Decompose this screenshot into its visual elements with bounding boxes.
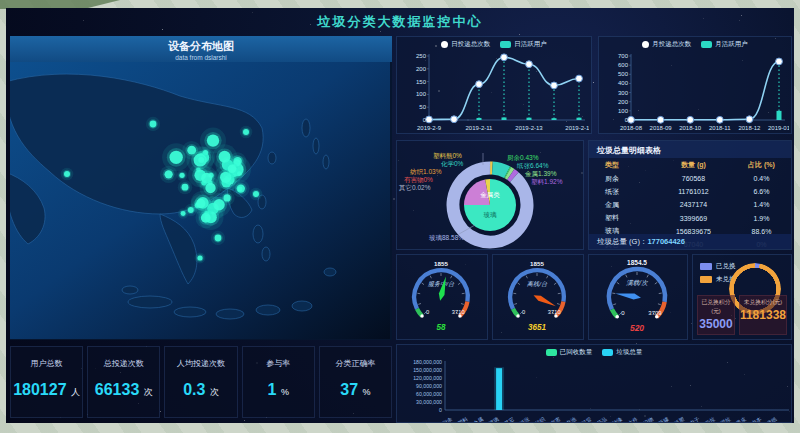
monthly-chart[interactable]: 01002003004005006007002018-082018-092018… <box>599 51 789 133</box>
legend-label: 垃圾总量 <box>616 348 642 357</box>
waste-share-donut[interactable]: 金属类玻璃 <box>397 141 583 249</box>
svg-text:电子: 电子 <box>689 416 701 422</box>
island <box>216 309 244 319</box>
gauge-full-panel: 1854.5满载/次03709520 <box>588 254 688 340</box>
svg-text:100: 100 <box>618 108 629 114</box>
waste-table-panel: 垃圾总量明细表格 类型数量 (g)占比 (%)厨余7605680.4%纸张117… <box>588 140 792 250</box>
svg-text:1854.5: 1854.5 <box>627 259 647 266</box>
svg-text:织物: 织物 <box>642 416 655 422</box>
legend-item-2[interactable]: 月活跃用户 <box>701 40 748 49</box>
map-title: 设备分布地图 <box>10 39 392 54</box>
svg-text:油漆: 油漆 <box>611 416 624 422</box>
svg-text:700: 700 <box>618 53 629 59</box>
redeem-legend-label: 已兑换 <box>716 262 736 271</box>
gauge-1[interactable]: 1855离线/台037103651 <box>493 255 581 339</box>
legend-item-1[interactable]: 月投递总次数 <box>642 40 691 49</box>
svg-text:250: 250 <box>416 53 427 59</box>
svg-text:干垃: 干垃 <box>704 415 717 422</box>
svg-text:3709: 3709 <box>648 310 662 316</box>
map-titlebar: 设备分布地图 data from dslarshi <box>10 36 392 62</box>
kpi-stats-row: 用户总数180127 人总投递次数66133 次人均投递次数0.3 次参与率1 … <box>10 346 392 418</box>
svg-text:90,000,000: 90,000,000 <box>416 383 442 389</box>
svg-text:瓶罐: 瓶罐 <box>658 416 671 422</box>
svg-text:灯管: 灯管 <box>580 416 593 422</box>
legend-item-2[interactable]: 日活跃用户 <box>500 40 547 49</box>
waste-total-label: 垃圾总量 (G)： <box>597 237 647 246</box>
donut-callout-label: 金属1.39% <box>525 170 556 177</box>
svg-text:其它: 其它 <box>503 416 515 422</box>
gauge-offline-panel: 1855离线/台037103651 <box>492 254 584 340</box>
svg-text:2019-2-13: 2019-2-13 <box>515 125 543 131</box>
table-row: 塑料33996691.9% <box>589 212 791 225</box>
legend-item-1[interactable]: 日投递总次数 <box>441 40 490 49</box>
waste-table-col-header: 占比 (%) <box>732 158 791 172</box>
unredeemed-points-value: 1181338 <box>740 308 786 322</box>
svg-text:3710: 3710 <box>548 309 561 315</box>
redeem-points-panel: 已兑换未兑换 已兑换积分(元) 35000 未兑换积分(元) 1181338 <box>692 254 792 340</box>
waste-share-donut-panel: 金属类玻璃塑料瓶0%化学0%纺织1.03%有害物0%其它0.02%厨余0.43%… <box>396 140 584 250</box>
header: 垃圾分类大数据监控中心 <box>6 8 794 34</box>
totals-bar-chart-panel: 已回收数量垃圾总量030,000,00060,000,00090,000,000… <box>396 344 792 423</box>
kpi-card: 分类正确率37 % <box>319 346 392 418</box>
kpi-unit: % <box>278 387 289 397</box>
svg-text:2019-2-9: 2019-2-9 <box>417 125 442 131</box>
svg-text:1855: 1855 <box>530 260 544 267</box>
svg-text:纸塑: 纸塑 <box>673 416 685 422</box>
redeem-legend-item[interactable]: 已兑换 <box>700 262 736 271</box>
legend-label: 日投递总次数 <box>451 40 490 49</box>
kpi-label: 人均投递次数 <box>165 358 236 369</box>
bar-series-marker <box>500 41 511 48</box>
kpi-value: 1 % <box>243 381 314 399</box>
legend-label: 已回收数量 <box>560 348 593 357</box>
monthly-line-chart-panel: 月投递总次数月活跃用户01002003004005006007002018-08… <box>598 36 792 134</box>
unredeemed-points-box: 未兑换积分(元) 1181338 <box>739 295 787 335</box>
gauge-2[interactable]: 1854.5满载/次03709520 <box>589 255 685 339</box>
island <box>302 119 310 137</box>
redeemed-points-box: 已兑换积分(元) 35000 <box>697 295 735 335</box>
donut-callout-label: 厨余0.43% <box>507 154 538 161</box>
island <box>292 301 312 311</box>
star-dot <box>393 198 395 200</box>
svg-text:400: 400 <box>618 80 629 86</box>
svg-text:湿垃: 湿垃 <box>719 415 732 422</box>
island <box>174 307 206 317</box>
island <box>122 286 138 294</box>
svg-text:3710: 3710 <box>452 309 465 315</box>
totals-bar-chart[interactable]: 030,000,00060,000,00090,000,000120,000,0… <box>397 359 791 422</box>
svg-text:服务中/台: 服务中/台 <box>428 280 455 287</box>
svg-text:0: 0 <box>426 309 429 315</box>
waste-table-footer: 垃圾总量 (G)：177064426 <box>589 234 791 249</box>
svg-text:满载/次: 满载/次 <box>626 279 648 286</box>
gauge-in-service-panel: 1855服务中/台0371058 <box>396 254 488 340</box>
kpi-unit: 次 <box>141 387 153 397</box>
star-dot <box>593 82 594 83</box>
svg-text:2018-09: 2018-09 <box>650 125 673 131</box>
waste-table-title: 垃圾总量明细表格 <box>589 141 791 158</box>
kpi-card: 用户总数180127 人 <box>10 346 83 418</box>
donut-callout-label: 有害物0% <box>404 176 433 183</box>
donut-callout-label: 纺织1.03% <box>410 168 441 175</box>
svg-text:金属: 金属 <box>472 416 484 422</box>
device-map-panel[interactable]: 设备分布地图 data from dslarshi <box>10 36 392 340</box>
svg-text:50: 50 <box>419 104 426 110</box>
line-series-marker <box>642 41 649 48</box>
star-dot <box>519 34 520 35</box>
legend-item[interactable]: 垃圾总量 <box>602 348 642 357</box>
legend-label: 月活跃用户 <box>715 40 748 49</box>
island <box>324 268 336 276</box>
gauge-0[interactable]: 1855服务中/台0371058 <box>397 255 485 339</box>
svg-text:书本: 书本 <box>750 416 762 422</box>
page-title: 垃圾分类大数据监控中心 <box>318 13 483 31</box>
svg-text:金属类: 金属类 <box>480 191 500 198</box>
svg-text:塑料: 塑料 <box>457 415 470 422</box>
legend-item[interactable]: 已回收数量 <box>546 348 593 357</box>
svg-text:2018-10: 2018-10 <box>679 125 702 131</box>
china-device-map[interactable] <box>10 62 390 339</box>
legend-label: 月投递总次数 <box>652 40 691 49</box>
daily-line-chart-panel: 日投递总次数日活跃用户0501001502002502019-2-92019-2… <box>396 36 592 134</box>
waste-table-col-header: 数量 (g) <box>655 158 732 172</box>
kpi-label: 总投递次数 <box>88 358 159 369</box>
daily-chart[interactable]: 0501001502002502019-2-92019-2-112019-2-1… <box>397 51 589 133</box>
island <box>256 305 280 315</box>
island <box>268 152 276 164</box>
